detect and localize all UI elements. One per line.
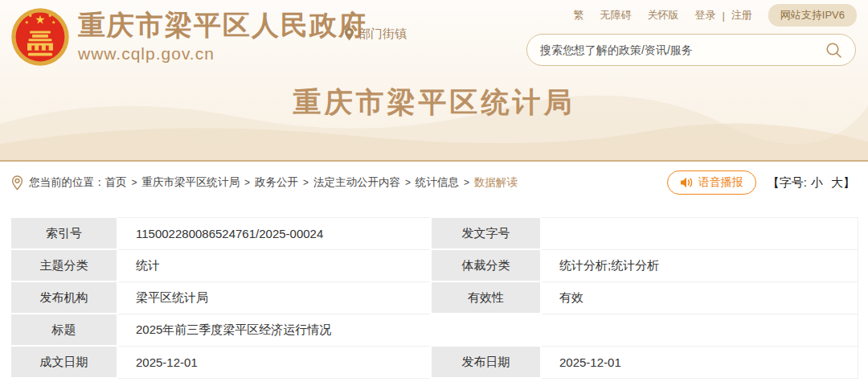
care-version-link[interactable]: 关怀版 — [647, 8, 678, 23]
breadcrumb-statutory-content[interactable]: 法定主动公开内容 — [313, 175, 400, 190]
meta-label-index-number: 索引号 — [10, 217, 117, 249]
document-meta-section: 索引号 115002280086524761/2025-00024 发文字号 主… — [0, 203, 868, 379]
register-link[interactable]: 注册 — [731, 8, 752, 23]
meta-label-document-number: 发文字号 — [431, 217, 541, 249]
search-input[interactable] — [540, 43, 825, 56]
table-row: 成文日期 2025-12-01 发布日期 2025-12-01 — [10, 346, 858, 378]
breadcrumb-statistics-bureau[interactable]: 重庆市梁平区统计局 — [142, 175, 240, 190]
table-row: 主题分类 统计 体裁分类 统计分析;统计分析 — [10, 249, 858, 281]
font-size-control: 【字号: 小 大 】 — [768, 175, 855, 191]
font-size-prefix: 【字号: — [768, 175, 807, 191]
accessibility-link[interactable]: 无障碍 — [600, 8, 631, 23]
national-emblem-icon — [10, 6, 71, 68]
search-button[interactable] — [825, 42, 842, 59]
font-size-suffix: 】 — [843, 175, 855, 191]
meta-value-validity: 有效 — [541, 281, 858, 314]
meta-label-publish-date: 发布日期 — [431, 346, 541, 378]
speaker-icon — [680, 177, 693, 188]
site-logo-home-link[interactable]: 重庆市梁平区人民政府 www.cqlp.gov.cn — [10, 6, 367, 68]
meta-value-written-date: 2025-12-01 — [117, 346, 431, 378]
ipv6-support-badge[interactable]: 网站支持IPV6 — [768, 4, 857, 27]
breadcrumb-separator: > — [132, 177, 137, 188]
meta-label-written-date: 成文日期 — [10, 346, 117, 378]
search-icon — [825, 42, 842, 59]
topbar: 繁 无障碍 关怀版 登录 | 注册 网站支持IPV6 — [573, 4, 857, 27]
brand-text: 重庆市梁平区人民政府 www.cqlp.gov.cn — [78, 10, 367, 64]
voice-broadcast-label: 语音播报 — [698, 175, 743, 190]
site-name: 重庆市梁平区人民政府 — [78, 10, 367, 40]
traditional-chinese-link[interactable]: 繁 — [573, 8, 583, 23]
breadcrumb-pin-icon — [11, 175, 23, 191]
breadcrumb-statistics-info[interactable]: 统计信息 — [416, 175, 459, 190]
location-pin-icon — [344, 27, 354, 41]
meta-value-index-number: 115002280086524761/2025-00024 — [117, 217, 431, 249]
breadcrumb-separator: > — [464, 177, 469, 188]
login-link[interactable]: 登录 — [694, 8, 715, 23]
breadcrumb-bar: 您当前的位置： 首页 > 重庆市梁平区统计局 > 政务公开 > 法定主动公开内容… — [0, 162, 868, 203]
page-title: 重庆市梁平区统计局 — [0, 84, 868, 121]
department-streets-label: 部门街镇 — [358, 27, 407, 42]
breadcrumb-home[interactable]: 首页 — [105, 175, 127, 190]
meta-label-topic-category: 主题分类 — [10, 249, 117, 281]
site-header: 繁 无障碍 关怀版 登录 | 注册 网站支持IPV6 — [0, 0, 868, 162]
meta-value-issuing-agency: 梁平区统计局 — [117, 281, 431, 314]
breadcrumb-prefix: 您当前的位置： — [29, 175, 105, 190]
page-tools: 语音播报 【字号: 小 大 】 — [667, 170, 855, 195]
meta-value-genre-category: 统计分析;统计分析 — [541, 249, 858, 281]
breadcrumb-separator: > — [244, 177, 250, 188]
site-search — [526, 34, 856, 66]
meta-value-document-number — [541, 217, 858, 249]
table-row: 发布机构 梁平区统计局 有效性 有效 — [10, 281, 858, 314]
meta-label-genre-category: 体裁分类 — [431, 249, 541, 281]
login-register-group: 登录 | 注册 — [694, 8, 751, 23]
document-meta-table: 索引号 115002280086524761/2025-00024 发文字号 主… — [10, 216, 858, 379]
meta-value-topic-category: 统计 — [117, 249, 431, 281]
meta-value-publish-date: 2025-12-01 — [541, 346, 858, 378]
table-row: 索引号 115002280086524761/2025-00024 发文字号 — [10, 217, 858, 249]
department-streets-link[interactable]: 部门街镇 — [344, 27, 407, 42]
meta-label-title: 标题 — [10, 314, 117, 346]
meta-label-issuing-agency: 发布机构 — [10, 281, 117, 314]
meta-label-validity: 有效性 — [431, 281, 541, 314]
breadcrumb-separator: > — [303, 177, 309, 188]
breadcrumb-data-interpretation[interactable]: 数据解读 — [474, 175, 518, 190]
breadcrumb-gov-disclosure[interactable]: 政务公开 — [255, 175, 298, 190]
meta-value-title: 2025年前三季度梁平区经济运行情况 — [117, 314, 858, 346]
site-url: www.cqlp.gov.cn — [78, 44, 367, 64]
font-size-small-button[interactable]: 小 — [811, 175, 823, 191]
voice-broadcast-button[interactable]: 语音播报 — [667, 170, 756, 195]
table-row: 标题 2025年前三季度梁平区经济运行情况 — [10, 314, 858, 346]
font-size-large-button[interactable]: 大 — [831, 175, 843, 191]
breadcrumb: 您当前的位置： 首页 > 重庆市梁平区统计局 > 政务公开 > 法定主动公开内容… — [11, 175, 518, 191]
breadcrumb-separator: > — [405, 177, 411, 188]
login-register-divider: | — [722, 10, 724, 22]
